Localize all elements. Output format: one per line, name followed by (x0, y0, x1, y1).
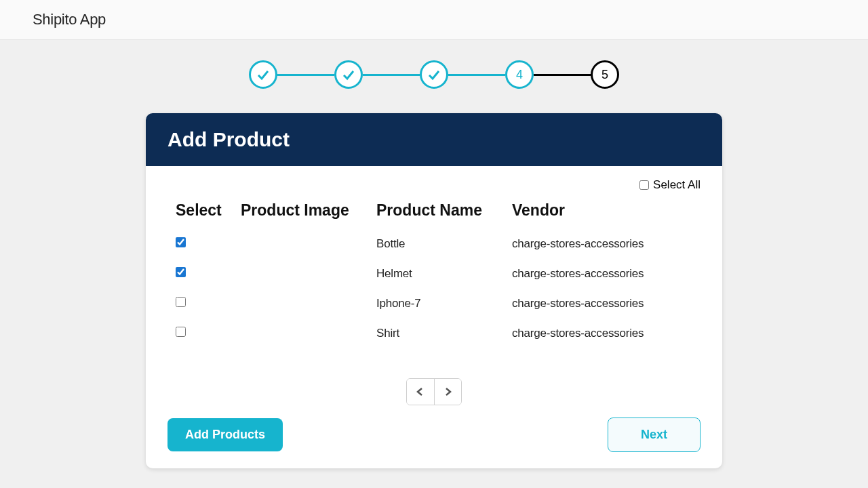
row-image (235, 259, 371, 289)
table-row: Helmet charge-stores-accessories (167, 259, 701, 289)
add-products-button[interactable]: Add Products (167, 418, 283, 451)
step-connector (534, 74, 591, 76)
row-checkbox[interactable] (176, 267, 186, 277)
app-title: Shipito App (33, 11, 835, 28)
step-5: 5 (591, 60, 619, 89)
col-select: Select (167, 195, 235, 229)
row-vendor: charge-stores-accessories (507, 259, 701, 289)
stepper: 4 5 (249, 60, 619, 89)
card-header: Add Product (146, 113, 722, 166)
check-icon (427, 67, 441, 82)
products-table: Select Product Image Product Name Vendor… (167, 195, 701, 348)
product-card: Add Product Select All Select Product Im… (146, 113, 722, 468)
row-name: Iphone-7 (371, 289, 507, 319)
chevron-left-icon (416, 387, 425, 396)
step-4: 4 (505, 60, 534, 89)
row-vendor: charge-stores-accessories (507, 229, 701, 259)
step-connector (363, 74, 420, 76)
col-name: Product Name (371, 195, 507, 229)
row-image (235, 289, 371, 319)
page-next-button[interactable] (434, 379, 461, 405)
content: 4 5 Add Product Select All Select Produc… (0, 40, 868, 468)
card-title: Add Product (167, 128, 701, 151)
check-icon (341, 67, 356, 82)
row-name: Shirt (371, 319, 507, 348)
check-icon (256, 67, 271, 82)
row-checkbox[interactable] (176, 237, 186, 247)
col-image: Product Image (235, 195, 371, 229)
step-1 (249, 60, 277, 89)
row-checkbox[interactable] (176, 297, 186, 307)
table-row: Shirt charge-stores-accessories (167, 319, 701, 348)
step-3 (420, 60, 448, 89)
select-all-label: Select All (653, 178, 701, 192)
step-2 (334, 60, 363, 89)
table-row: Iphone-7 charge-stores-accessories (167, 289, 701, 319)
row-name: Helmet (371, 259, 507, 289)
topbar: Shipito App (0, 0, 868, 40)
select-all-checkbox[interactable] (639, 180, 649, 190)
row-name: Bottle (371, 229, 507, 259)
row-checkbox[interactable] (176, 327, 186, 337)
next-button[interactable]: Next (608, 418, 701, 452)
row-image (235, 319, 371, 348)
step-connector (277, 74, 334, 76)
chevron-right-icon (443, 387, 453, 396)
pager (167, 378, 701, 405)
row-vendor: charge-stores-accessories (507, 319, 701, 348)
table-row: Bottle charge-stores-accessories (167, 229, 701, 259)
step-connector (448, 74, 505, 76)
col-vendor: Vendor (507, 195, 701, 229)
row-image (235, 229, 371, 259)
pager-box (406, 378, 462, 405)
card-footer: Add Products Next (167, 418, 701, 452)
row-vendor: charge-stores-accessories (507, 289, 701, 319)
page-prev-button[interactable] (407, 379, 434, 405)
select-all-row: Select All (167, 178, 701, 192)
card-body: Select All Select Product Image Product … (146, 166, 722, 468)
